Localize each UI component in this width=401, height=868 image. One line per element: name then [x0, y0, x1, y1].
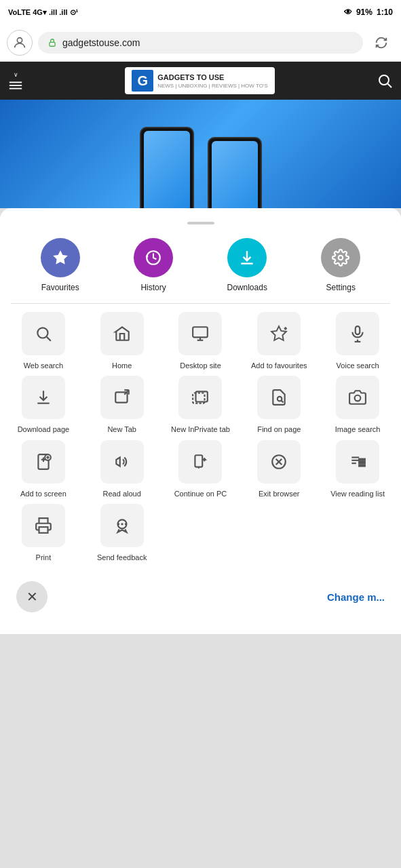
- add-to-favourites-icon-box: [257, 312, 301, 355]
- grid-item-view-reading-list[interactable]: View reading list: [321, 440, 394, 498]
- read-aloud-icon-box: [100, 440, 144, 484]
- download-page-icon-box: [22, 376, 65, 419]
- svg-rect-1: [50, 42, 55, 46]
- desktop-site-label: Desktop site: [180, 361, 221, 370]
- download-page-label: Download page: [18, 425, 69, 434]
- grid-item-read-aloud[interactable]: Read aloud: [85, 440, 159, 498]
- site-search-button[interactable]: [377, 73, 393, 89]
- quick-action-history[interactable]: History: [134, 238, 173, 292]
- sheet-handle: [0, 208, 401, 231]
- grid-item-add-to-screen[interactable]: Add to screen: [7, 440, 80, 498]
- logo-g: G: [132, 70, 153, 92]
- svg-point-5: [379, 75, 389, 85]
- quick-action-downloads[interactable]: Downloads: [227, 238, 267, 292]
- add-to-screen-icon-box: [22, 440, 65, 484]
- time: 1:10: [377, 7, 393, 17]
- website-header: ∨ G GADGETS TO USE NEWS | UNBOXING | REV…: [0, 62, 401, 100]
- grid-menu: Web search Home Desktop site: [0, 312, 401, 573]
- status-right: 👁 91% 1:10: [344, 7, 393, 17]
- grid-item-web-search[interactable]: Web search: [7, 312, 80, 370]
- svg-rect-50: [39, 527, 47, 533]
- desktop-site-icon-box: [178, 312, 222, 355]
- grid-item-exit-browser[interactable]: Exit browser: [242, 440, 316, 498]
- svg-line-6: [388, 84, 392, 88]
- svg-line-31: [282, 401, 284, 403]
- continue-on-pc-label: Continue on PC: [174, 489, 227, 498]
- url-bar[interactable]: gadgetstouse.com: [38, 32, 363, 54]
- svg-rect-49: [359, 458, 365, 460]
- avatar-button[interactable]: [7, 30, 33, 56]
- settings-label: Settings: [326, 283, 356, 292]
- grid-item-print[interactable]: Print: [7, 504, 80, 562]
- change-menu-button[interactable]: Change m...: [327, 591, 385, 603]
- grid-item-home[interactable]: Home: [85, 312, 159, 370]
- divider: [11, 303, 390, 304]
- settings-icon-circle: [321, 238, 360, 277]
- favourites-icon-circle: [41, 238, 80, 277]
- close-icon: ✕: [26, 589, 38, 605]
- svg-point-54: [121, 523, 123, 525]
- downloads-icon-circle: [227, 238, 267, 277]
- image-search-icon-box: [336, 376, 379, 419]
- phone-right: [208, 137, 262, 208]
- svg-point-10: [339, 256, 343, 260]
- eye-icon: 👁: [344, 7, 352, 17]
- grid-item-desktop-site[interactable]: Desktop site: [164, 312, 237, 370]
- svg-rect-48: [359, 465, 365, 466]
- grid-item-image-search[interactable]: Image search: [321, 376, 394, 434]
- close-button[interactable]: ✕: [16, 581, 47, 612]
- web-search-icon-box: [22, 312, 65, 355]
- svg-line-12: [47, 337, 51, 341]
- svg-rect-39: [195, 455, 203, 467]
- phone-left: [140, 127, 194, 208]
- print-label: Print: [36, 553, 52, 562]
- quick-actions: Favourites History Downloads: [0, 231, 401, 303]
- home-icon-box: [100, 312, 144, 355]
- svg-point-0: [17, 38, 22, 43]
- voice-search-label: Voice search: [337, 361, 379, 370]
- url-text: gadgetstouse.com: [62, 37, 140, 48]
- add-to-screen-label: Add to screen: [20, 489, 66, 498]
- view-reading-list-icon-box: [336, 440, 379, 484]
- network-info: VoLTE 4G▾ .ill .ill ⊙¹: [8, 8, 78, 17]
- svg-rect-47: [359, 462, 365, 463]
- grid-item-voice-search[interactable]: Voice search: [321, 312, 394, 370]
- svg-marker-7: [53, 250, 68, 264]
- add-to-favourites-label: Add to favourites: [251, 361, 307, 370]
- grid-item-new-tab[interactable]: New Tab: [85, 376, 159, 434]
- status-left: VoLTE 4G▾ .ill .ill ⊙¹: [8, 8, 78, 17]
- change-menu-label: Change m...: [327, 591, 385, 603]
- send-feedback-label: Send feedback: [97, 553, 147, 562]
- send-feedback-icon-box: [100, 504, 144, 547]
- grid-item-download-page[interactable]: Download page: [7, 376, 80, 434]
- quick-action-favourites[interactable]: Favourites: [41, 238, 80, 292]
- favourites-label: Favourites: [41, 283, 79, 292]
- lock-icon: [47, 38, 57, 47]
- find-on-page-icon-box: [257, 376, 301, 419]
- battery: 91%: [356, 7, 373, 17]
- print-icon-box: [22, 504, 65, 547]
- bottom-sheet: Favourites History Downloads: [0, 208, 401, 634]
- grid-item-new-inprivate-tab[interactable]: New InPrivate tab: [164, 376, 237, 434]
- refresh-button[interactable]: [368, 30, 394, 56]
- grid-item-find-on-page[interactable]: Find on page: [242, 376, 316, 434]
- history-label: History: [140, 283, 166, 292]
- downloads-label: Downloads: [227, 283, 267, 292]
- home-label: Home: [112, 361, 132, 370]
- continue-on-pc-icon-box: [178, 440, 222, 484]
- exit-browser-icon-box: [257, 440, 301, 484]
- view-reading-list-label: View reading list: [330, 489, 385, 498]
- new-tab-icon-box: [100, 376, 144, 419]
- svg-point-11: [37, 328, 47, 338]
- svg-point-53: [124, 523, 126, 525]
- exit-browser-label: Exit browser: [259, 489, 300, 498]
- grid-item-continue-on-pc[interactable]: Continue on PC: [164, 440, 237, 498]
- grid-item-add-to-favourites[interactable]: Add to favourites: [242, 312, 316, 370]
- hamburger-icon: [8, 80, 23, 91]
- history-icon-circle: [134, 238, 173, 277]
- voice-search-icon-box: [336, 312, 379, 355]
- svg-rect-13: [193, 327, 208, 337]
- quick-action-settings[interactable]: Settings: [321, 238, 360, 292]
- logo-text-block: GADGETS TO USE NEWS | UNBOXING | REVIEWS…: [157, 73, 268, 88]
- grid-item-send-feedback[interactable]: Send feedback: [85, 504, 159, 562]
